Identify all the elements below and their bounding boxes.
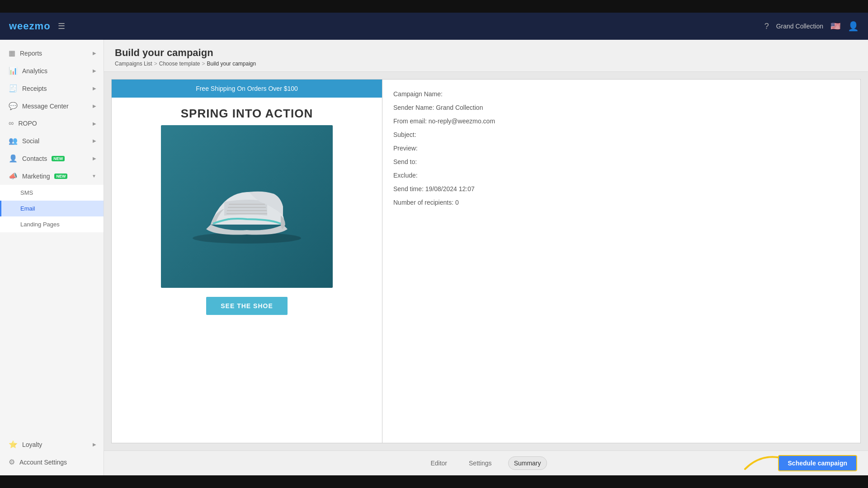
topbar-left: weezmo ☰ xyxy=(9,20,65,32)
sidebar-item-reports[interactable]: ▦ Reports ▶ xyxy=(0,44,104,62)
settings-row-send-to: Send to: xyxy=(393,158,849,165)
loyalty-icon: ⭐ xyxy=(9,440,18,449)
page-title: Build your campaign xyxy=(115,47,857,59)
hamburger-icon[interactable]: ☰ xyxy=(58,21,65,31)
settings-row-sender-name: Sender Name: Grand Collection xyxy=(393,104,849,111)
sidebar-item-analytics[interactable]: 📊 Analytics ▶ xyxy=(0,62,104,80)
chevron-right-icon: ▶ xyxy=(93,51,96,56)
avatar-icon[interactable]: 👤 xyxy=(848,21,859,32)
sidebar-item-label: Analytics xyxy=(22,67,47,75)
chevron-down-icon: ▼ xyxy=(92,174,96,178)
settings-row-from-email: From email: no-reply@weezmo.com xyxy=(393,117,849,125)
breadcrumb-sep2: > xyxy=(202,61,205,67)
settings-row-preview: Preview: xyxy=(393,145,849,152)
flag-icon: 🇺🇸 xyxy=(830,21,840,31)
schedule-campaign-button[interactable]: Schedule campaign xyxy=(778,455,857,471)
marketing-submenu: SMS Email Landing Pages xyxy=(0,185,104,232)
sidebar-item-label: Receipts xyxy=(22,85,47,92)
sidebar-item-label: Social xyxy=(22,137,39,145)
email-title: SPRING INTO ACTION xyxy=(176,98,317,125)
breadcrumb-choose-template[interactable]: Choose template xyxy=(159,61,200,67)
org-name: Grand Collection xyxy=(776,23,823,30)
content-area: Build your campaign Campaigns List > Cho… xyxy=(104,40,868,475)
sidebar-item-ropo[interactable]: ∞ ROPO ▶ xyxy=(0,115,104,132)
sidebar-item-label: Loyalty xyxy=(22,441,42,448)
sidebar-item-label: Account Settings xyxy=(19,459,67,466)
topbar-right: ? Grand Collection 🇺🇸 👤 xyxy=(764,21,859,32)
logo: weezmo xyxy=(9,20,51,32)
chevron-right-icon: ▶ xyxy=(93,103,96,108)
chevron-right-icon: ▶ xyxy=(93,121,96,126)
social-icon: 👥 xyxy=(9,136,18,145)
chevron-right-icon: ▶ xyxy=(93,156,96,161)
breadcrumb-sep: > xyxy=(154,61,157,67)
main-layout: ▦ Reports ▶ 📊 Analytics ▶ 🧾 Receipts ▶ 💬… xyxy=(0,40,868,475)
reports-icon: ▦ xyxy=(9,49,15,57)
tab-settings[interactable]: Settings xyxy=(463,457,497,469)
settings-icon: ⚙ xyxy=(9,458,15,466)
top-black-bar xyxy=(0,0,868,13)
sidebar-item-label: Marketing xyxy=(22,173,50,180)
sidebar-item-email[interactable]: Email xyxy=(0,201,104,216)
sidebar-item-label: ROPO xyxy=(18,120,37,127)
sidebar-item-sms[interactable]: SMS xyxy=(0,185,104,201)
breadcrumb: Campaigns List > Choose template > Build… xyxy=(115,61,857,67)
bottom-black-bar xyxy=(0,475,868,488)
tab-summary[interactable]: Summary xyxy=(508,456,547,470)
landing-pages-label: Landing Pages xyxy=(20,221,60,228)
email-shoe-image xyxy=(161,125,333,288)
breadcrumb-campaigns-list[interactable]: Campaigns List xyxy=(115,61,152,67)
sidebar-item-message-center[interactable]: 💬 Message Center ▶ xyxy=(0,97,104,115)
sidebar-item-account-settings[interactable]: ⚙ Account Settings xyxy=(0,453,104,471)
ropo-icon: ∞ xyxy=(9,119,14,127)
sidebar-item-marketing[interactable]: 📣 Marketing NEW ▼ xyxy=(0,167,104,185)
tab-editor[interactable]: Editor xyxy=(425,457,453,469)
sidebar-item-label: Reports xyxy=(20,50,42,57)
sidebar-item-loyalty[interactable]: ⭐ Loyalty ▶ xyxy=(0,436,104,453)
help-icon[interactable]: ? xyxy=(764,22,769,31)
sidebar-item-label: Message Center xyxy=(22,103,69,110)
chevron-right-icon: ▶ xyxy=(93,442,96,447)
chevron-right-icon: ▶ xyxy=(93,138,96,143)
marketing-icon: 📣 xyxy=(9,172,18,180)
breadcrumb-current: Build your campaign xyxy=(207,61,256,67)
analytics-icon: 📊 xyxy=(9,66,18,75)
campaign-area: Free Shipping On Orders Over $100 SPRING… xyxy=(104,72,868,450)
sidebar-item-landing-pages[interactable]: Landing Pages xyxy=(0,216,104,232)
email-cta-button[interactable]: SEE THE SHOE xyxy=(206,297,287,315)
settings-panel: Campaign Name: Sender Name: Grand Collec… xyxy=(382,79,861,443)
settings-row-recipients: Number of recipients: 0 xyxy=(393,199,849,206)
page-header: Build your campaign Campaigns List > Cho… xyxy=(104,40,868,72)
settings-row-subject: Subject: xyxy=(393,131,849,138)
tab-bar: Editor Settings Summary Schedule campaig… xyxy=(104,450,868,475)
receipts-icon: 🧾 xyxy=(9,84,18,93)
marketing-badge: NEW xyxy=(54,174,67,179)
settings-row-campaign-name: Campaign Name: xyxy=(393,90,849,98)
sidebar-item-receipts[interactable]: 🧾 Receipts ▶ xyxy=(0,80,104,97)
sidebar-item-contacts[interactable]: 👤 Contacts NEW ▶ xyxy=(0,150,104,167)
email-preview-panel: Free Shipping On Orders Over $100 SPRING… xyxy=(111,79,382,443)
chevron-right-icon: ▶ xyxy=(93,68,96,73)
sidebar-item-label: Contacts xyxy=(22,155,47,162)
email-banner: Free Shipping On Orders Over $100 xyxy=(112,80,382,98)
sidebar-item-social[interactable]: 👥 Social ▶ xyxy=(0,132,104,150)
contacts-icon: 👤 xyxy=(9,154,18,163)
sidebar: ▦ Reports ▶ 📊 Analytics ▶ 🧾 Receipts ▶ 💬… xyxy=(0,40,104,475)
topbar: weezmo ☰ ? Grand Collection 🇺🇸 👤 xyxy=(0,13,868,40)
chevron-right-icon: ▶ xyxy=(93,86,96,91)
email-label: Email xyxy=(20,205,35,212)
settings-row-send-time: Send time: 19/08/2024 12:07 xyxy=(393,185,849,192)
contacts-badge: NEW xyxy=(52,156,65,161)
message-center-icon: 💬 xyxy=(9,102,18,110)
sms-label: SMS xyxy=(20,189,33,196)
settings-row-exclude: Exclude: xyxy=(393,172,849,179)
email-preview: Free Shipping On Orders Over $100 SPRING… xyxy=(112,80,382,443)
shoe-svg xyxy=(179,161,315,252)
